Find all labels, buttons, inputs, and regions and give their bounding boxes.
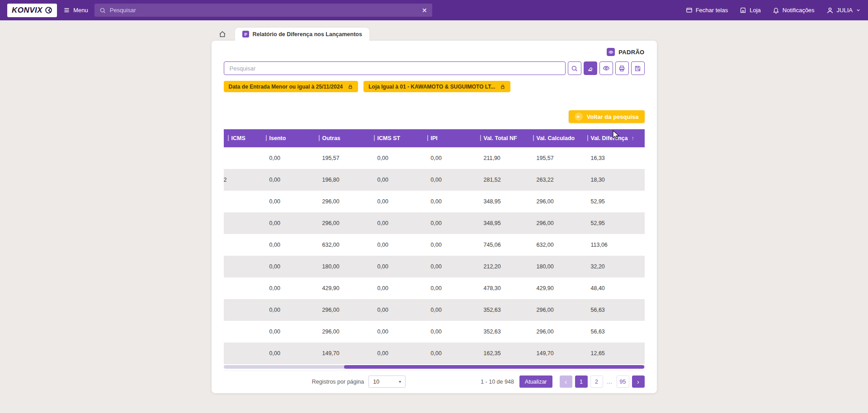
table-cell: 0,00 xyxy=(426,256,479,277)
next-page-button[interactable]: › xyxy=(632,375,645,388)
table-row[interactable]: 20,00196,800,000,00281,52263,2218,30 xyxy=(224,169,645,191)
search-icon xyxy=(99,7,106,14)
prev-page-button[interactable]: ‹ xyxy=(560,375,572,388)
table-cell: 180,00 xyxy=(317,256,373,277)
filter-search-input[interactable] xyxy=(224,61,566,75)
table-cell: 632,00 xyxy=(532,234,586,256)
filter-chip-label: Loja Igual à 01 - KAWAMOTO & SUGUIMOTO L… xyxy=(368,84,495,90)
lock-icon xyxy=(500,84,505,89)
column-header[interactable]: ICMS ST xyxy=(373,129,426,147)
table-cell: 48,40 xyxy=(586,277,645,299)
voltar-pesquisa-label: Voltar da pesquisa xyxy=(587,113,639,120)
table-row[interactable]: 0,00296,000,000,00352,63296,0056,63 xyxy=(224,321,645,343)
scrollbar-thumb[interactable] xyxy=(344,365,645,369)
table-cell xyxy=(226,343,264,364)
konvix-logo[interactable]: KONVIX xyxy=(7,4,57,17)
horizontal-scrollbar[interactable] xyxy=(224,365,645,369)
search-button[interactable] xyxy=(568,61,581,75)
loja-button[interactable]: Loja xyxy=(740,7,761,14)
konvix-logo-icon xyxy=(45,6,52,14)
table-cell: 352,63 xyxy=(479,299,532,321)
search-icon xyxy=(571,65,578,72)
table-cell: 478,30 xyxy=(479,277,532,299)
chevron-down-icon: ▾ xyxy=(399,379,401,384)
table-cell: 180,00 xyxy=(532,256,586,277)
sort-asc-icon: ↑ xyxy=(632,135,634,141)
padrao-badge[interactable]: PADRÃO xyxy=(224,47,645,57)
table-row[interactable]: 0,00296,000,000,00352,63296,0056,63 xyxy=(224,299,645,321)
table-cell xyxy=(226,277,264,299)
table-cell: 195,57 xyxy=(532,147,586,169)
table-cell: 0,00 xyxy=(373,234,426,256)
column-header[interactable]: Val. Total NF xyxy=(479,129,532,147)
table-row[interactable]: 0,00180,000,000,00212,20180,0032,20 xyxy=(224,256,645,277)
table-cell: 0,00 xyxy=(264,343,317,364)
table-cell: 429,90 xyxy=(532,277,586,299)
table-cell: 195,57 xyxy=(317,147,373,169)
table-cell: 0,00 xyxy=(264,277,317,299)
table-cell: 0,00 xyxy=(426,321,479,343)
table-cell: 296,00 xyxy=(532,299,586,321)
table-row[interactable]: 0,00429,900,000,00478,30429,9048,40 xyxy=(224,277,645,299)
table-cell: 0,00 xyxy=(426,277,479,299)
tab-relatorio-diferenca[interactable]: Relatório de Diferença nos Lançamentos xyxy=(235,28,369,41)
column-header[interactable]: ICMS xyxy=(226,129,264,147)
table-cell: 0,00 xyxy=(426,191,479,212)
global-search-input[interactable] xyxy=(110,7,418,14)
user-name-label: JULIA xyxy=(837,7,853,14)
notificacoes-button[interactable]: Notificações xyxy=(773,7,815,14)
table-cell: 56,63 xyxy=(586,321,645,343)
table-cell: 0,00 xyxy=(264,191,317,212)
menu-label: Menu xyxy=(73,7,88,14)
tab-strip: Relatório de Diferença nos Lançamentos xyxy=(212,20,657,41)
table-cell: 18,30 xyxy=(586,169,645,191)
table-cell: 0,00 xyxy=(373,256,426,277)
table-cell: 0,00 xyxy=(373,147,426,169)
preview-button[interactable] xyxy=(599,61,613,75)
clear-search-icon[interactable]: ✕ xyxy=(422,7,427,14)
fechar-telas-button[interactable]: Fechar telas xyxy=(686,7,728,14)
user-icon xyxy=(826,7,834,14)
home-icon[interactable] xyxy=(219,31,226,38)
table-cell: 149,70 xyxy=(532,343,586,364)
column-header[interactable]: Val. Diferença↑ xyxy=(586,129,645,147)
report-panel: PADRÃO xyxy=(212,41,657,393)
table-cell: 0,00 xyxy=(264,299,317,321)
voltar-pesquisa-button[interactable]: Voltar da pesquisa xyxy=(569,110,645,123)
column-header[interactable]: Outras xyxy=(317,129,373,147)
topbar: KONVIX Menu ✕ F xyxy=(0,0,868,20)
table-cell: 0,00 xyxy=(264,169,317,191)
table-cell: 0,00 xyxy=(264,256,317,277)
column-header[interactable]: IPI xyxy=(426,129,479,147)
page-button[interactable]: 2 xyxy=(590,375,603,388)
table-cell: 16,33 xyxy=(586,147,645,169)
filter-chip-loja[interactable]: Loja Igual à 01 - KAWAMOTO & SUGUIMOTO L… xyxy=(363,81,510,92)
table-cell xyxy=(226,234,264,256)
table-row[interactable]: 0,00296,000,000,00348,95296,0052,95 xyxy=(224,191,645,212)
table-cell: 212,20 xyxy=(479,256,532,277)
table-row[interactable]: 0,00195,570,000,00211,90195,5716,33 xyxy=(224,147,645,169)
table-row[interactable]: 0,00296,000,000,00348,95296,0052,95 xyxy=(224,212,645,234)
atualizar-button[interactable]: Atualizar xyxy=(519,375,552,388)
column-header[interactable]: Isento xyxy=(264,129,317,147)
table-cell: 296,00 xyxy=(532,321,586,343)
clear-filters-button[interactable] xyxy=(584,61,597,75)
print-button[interactable] xyxy=(615,61,629,75)
table-row[interactable]: 0,00149,700,000,00162,35149,7012,65 xyxy=(224,343,645,364)
table-row[interactable]: 0,00632,000,000,00745,06632,00113,06 xyxy=(224,234,645,256)
page-button[interactable]: 95 xyxy=(617,375,629,388)
padrao-icon xyxy=(607,48,615,56)
save-button[interactable] xyxy=(631,61,645,75)
page-button[interactable]: 1 xyxy=(575,375,588,388)
window-icon xyxy=(686,7,693,14)
table-cell: 296,00 xyxy=(532,191,586,212)
table-cell xyxy=(226,212,264,234)
column-header[interactable]: Val. Calculado xyxy=(532,129,586,147)
menu-button[interactable]: Menu xyxy=(63,7,88,14)
table-cell: 0,00 xyxy=(426,299,479,321)
table-cell: 162,35 xyxy=(479,343,532,364)
filter-chip-data-entrada[interactable]: Data de Entrada Menor ou igual à 25/11/2… xyxy=(224,81,359,92)
page-size-select[interactable]: 10 ▾ xyxy=(368,375,406,388)
user-menu-button[interactable]: JULIA xyxy=(826,7,861,14)
table-cell: 0,00 xyxy=(426,234,479,256)
